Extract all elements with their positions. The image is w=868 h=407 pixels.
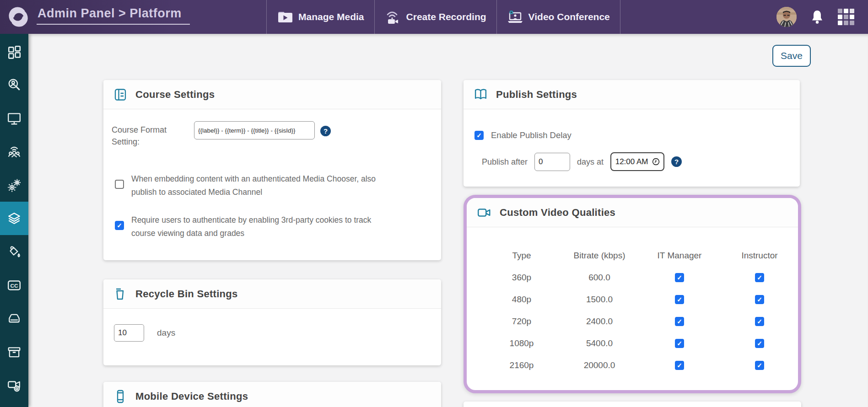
card-title: Mobile Device Settings bbox=[135, 391, 248, 402]
nav-label: Video Conference bbox=[528, 11, 610, 22]
folder-play-icon bbox=[277, 10, 293, 24]
save-button[interactable]: Save bbox=[772, 45, 811, 67]
top-bar: Admin Panel > Platform Manage Media bbox=[0, 0, 868, 34]
instructor-checkbox[interactable] bbox=[755, 317, 764, 326]
sidebar-item-media-settings[interactable] bbox=[0, 202, 28, 235]
quality-bitrate: 20000.0 bbox=[556, 354, 643, 376]
quality-bitrate: 1500.0 bbox=[556, 289, 643, 311]
enable-publish-delay-row: Enable Publish Delay bbox=[474, 129, 571, 141]
sidebar-item-admin-gears[interactable] bbox=[0, 168, 28, 202]
custom-video-qualities-header: Custom Video Qualities bbox=[467, 198, 798, 227]
laptop-person-icon bbox=[507, 10, 523, 24]
trash-icon bbox=[113, 287, 127, 301]
quality-bitrate: 2400.0 bbox=[556, 311, 643, 332]
it-manager-checkbox[interactable] bbox=[675, 361, 684, 370]
enable-publish-delay-checkbox[interactable] bbox=[474, 131, 484, 140]
app-logo-icon[interactable] bbox=[6, 5, 30, 29]
recycle-days-label: days bbox=[157, 327, 175, 339]
card-title: Course Settings bbox=[135, 89, 215, 101]
publish-settings-header: Publish Settings bbox=[464, 80, 800, 109]
sidebar-item-live-events[interactable] bbox=[0, 135, 28, 168]
course-list-icon bbox=[113, 88, 127, 102]
next-card-partial bbox=[464, 402, 801, 407]
instructor-checkbox[interactable] bbox=[755, 361, 764, 370]
checkbox-label: Require users to authenticate by enablin… bbox=[131, 214, 388, 240]
help-icon[interactable]: ? bbox=[320, 126, 331, 136]
quality-type: 480p bbox=[487, 289, 556, 311]
mobile-device-settings-card: Mobile Device Settings bbox=[103, 382, 441, 407]
breadcrumb: Admin Panel > Platform bbox=[37, 6, 190, 25]
course-settings-card: Course Settings Course Format Setting: ?… bbox=[103, 80, 441, 260]
nav-label: Create Recording bbox=[406, 11, 486, 22]
left-sidebar: CC bbox=[0, 34, 28, 407]
sidebar-item-recordings-camera[interactable] bbox=[0, 369, 28, 402]
sidebar-item-storage-drive[interactable] bbox=[0, 302, 28, 335]
column-header: Bitrate (kbps) bbox=[556, 245, 643, 267]
publish-delay-row: Publish after days at 12:00 AM ? bbox=[482, 152, 682, 171]
publish-settings-card: Publish Settings Enable Publish Delay Pu… bbox=[464, 80, 800, 187]
course-format-row: Course Format Setting: ? bbox=[112, 121, 331, 148]
sidebar-item-dashboard[interactable] bbox=[0, 35, 28, 68]
instructor-checkbox[interactable] bbox=[755, 295, 764, 304]
card-title: Publish Settings bbox=[496, 89, 577, 101]
third-party-cookies-checkbox-row: Require users to authenticate by enablin… bbox=[115, 214, 388, 240]
days-at-label: days at bbox=[577, 156, 604, 168]
card-title: Recycle Bin Settings bbox=[135, 288, 238, 300]
mobile-device-header: Mobile Device Settings bbox=[103, 382, 441, 407]
nav-create-recording[interactable]: Create Recording bbox=[374, 0, 496, 34]
custom-video-qualities-card: Custom Video Qualities Type Bitrate (kbp… bbox=[464, 195, 801, 393]
recycle-days-row: days bbox=[114, 324, 175, 342]
third-party-cookies-checkbox[interactable] bbox=[115, 221, 124, 230]
it-manager-checkbox[interactable] bbox=[675, 317, 684, 326]
apps-grid-icon[interactable] bbox=[838, 9, 854, 25]
quality-type: 1080p bbox=[487, 332, 556, 354]
smartphone-icon bbox=[113, 390, 127, 403]
instructor-checkbox[interactable] bbox=[755, 339, 764, 348]
notifications-bell-icon[interactable] bbox=[810, 10, 824, 24]
sidebar-item-monitors[interactable] bbox=[0, 102, 28, 135]
enable-publish-delay-label: Enable Publish Delay bbox=[491, 129, 571, 141]
video-camera-icon bbox=[477, 205, 491, 220]
quality-type: 2160p bbox=[487, 354, 556, 376]
topbar-right bbox=[776, 0, 868, 34]
course-format-label: Course Format Setting: bbox=[112, 121, 189, 148]
main-content: Save Course Settings Course Format Setti… bbox=[28, 34, 868, 407]
clock-icon bbox=[652, 158, 660, 166]
admin-panel-page: Admin Panel > Platform Manage Media bbox=[0, 0, 868, 407]
column-header: Instructor bbox=[716, 245, 801, 267]
quality-type: 720p bbox=[487, 311, 556, 332]
sidebar-item-captions[interactable]: CC bbox=[0, 268, 28, 302]
checkbox-label: When embedding content with an authentic… bbox=[131, 172, 388, 199]
media-chooser-checkbox[interactable] bbox=[115, 180, 124, 189]
instructor-checkbox[interactable] bbox=[755, 273, 764, 282]
help-icon[interactable]: ? bbox=[671, 156, 682, 167]
it-manager-checkbox[interactable] bbox=[675, 295, 684, 304]
course-format-input[interactable] bbox=[194, 121, 315, 139]
user-avatar[interactable] bbox=[776, 7, 797, 27]
quality-bitrate: 600.0 bbox=[556, 267, 643, 289]
open-book-icon bbox=[474, 87, 488, 102]
nav-manage-media[interactable]: Manage Media bbox=[266, 0, 374, 34]
card-title: Custom Video Qualities bbox=[500, 207, 615, 219]
time-value: 12:00 AM bbox=[615, 157, 648, 166]
sidebar-item-branding-paint[interactable] bbox=[0, 235, 28, 268]
it-manager-checkbox[interactable] bbox=[675, 273, 684, 282]
publish-delay-days-input[interactable] bbox=[534, 153, 570, 171]
top-nav: Manage Media Create Recording bbox=[266, 0, 620, 34]
media-chooser-checkbox-row: When embedding content with an authentic… bbox=[115, 172, 388, 199]
broadcast-camera-icon bbox=[385, 9, 401, 25]
quality-bitrate: 5400.0 bbox=[556, 332, 643, 354]
publish-time-input[interactable]: 12:00 AM bbox=[610, 152, 664, 171]
quality-type: 360p bbox=[487, 267, 556, 289]
sidebar-item-archive-box[interactable] bbox=[0, 335, 28, 369]
column-header: Type bbox=[487, 245, 556, 267]
publish-after-label: Publish after bbox=[482, 156, 528, 168]
recycle-days-input[interactable] bbox=[114, 324, 144, 342]
it-manager-checkbox[interactable] bbox=[675, 339, 684, 348]
video-qualities-table: Type Bitrate (kbps) IT Manager Instructo… bbox=[487, 245, 798, 376]
column-header: IT Manager bbox=[643, 245, 716, 267]
nav-label: Manage Media bbox=[298, 11, 364, 22]
svg-text:CC: CC bbox=[11, 282, 18, 288]
sidebar-item-user-search[interactable] bbox=[0, 68, 28, 102]
nav-video-conference[interactable]: Video Conference bbox=[496, 0, 620, 34]
